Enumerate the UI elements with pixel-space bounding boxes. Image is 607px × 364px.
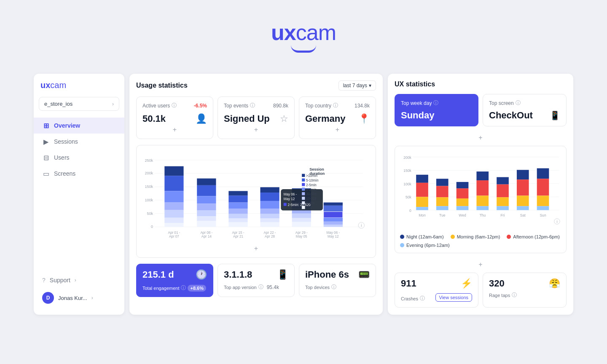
sidebar-item-label: Overview bbox=[54, 122, 80, 129]
lightning-icon: ⚡ bbox=[461, 278, 472, 289]
svg-rect-121 bbox=[517, 179, 529, 195]
svg-text:0: 0 bbox=[151, 225, 153, 229]
svg-rect-26 bbox=[228, 191, 247, 195]
svg-rect-16 bbox=[164, 210, 183, 218]
top-events-label: Top events ⓘ bbox=[224, 102, 255, 109]
info-icon-engagement[interactable]: ⓘ bbox=[181, 284, 186, 292]
svg-rect-24 bbox=[197, 216, 216, 221]
svg-text:5-10min: 5-10min bbox=[306, 179, 318, 182]
crashes-card: 911 ⚡ Crashes ⓘ View sessions bbox=[395, 273, 478, 308]
sidebar-user[interactable]: D Jonas Kur... › bbox=[34, 288, 124, 308]
sidebar-item-screens[interactable]: ▭ Screens bbox=[34, 166, 124, 182]
ux-chart-svg: 200k 150k 100k 50k 0 bbox=[400, 151, 561, 229]
info-icon-top-country[interactable]: ⓘ bbox=[333, 102, 338, 109]
sidebar-item-users[interactable]: ⊟ Users bbox=[34, 150, 124, 166]
sidebar-item-support[interactable]: ? Support › bbox=[34, 273, 124, 288]
svg-rect-37 bbox=[260, 214, 279, 219]
svg-text:May 06 -: May 06 - bbox=[327, 231, 340, 235]
svg-text:May 05: May 05 bbox=[296, 235, 307, 238]
svg-text:Thu: Thu bbox=[479, 213, 486, 217]
svg-rect-30 bbox=[228, 214, 247, 219]
svg-rect-50 bbox=[324, 218, 343, 222]
svg-rect-127 bbox=[537, 206, 549, 210]
info-icon-crashes[interactable]: ⓘ bbox=[420, 295, 425, 302]
top-week-day-card: Top week day ⓘ Sunday bbox=[395, 94, 478, 126]
info-icon-rage-taps[interactable]: ⓘ bbox=[512, 292, 517, 299]
svg-rect-76 bbox=[302, 187, 305, 190]
svg-text:Fri: Fri bbox=[501, 213, 505, 217]
svg-rect-12 bbox=[164, 166, 183, 176]
svg-text:Apr 28: Apr 28 bbox=[265, 235, 275, 238]
app-selector[interactable]: e_store_ios › bbox=[39, 97, 119, 111]
svg-text:10-30s: 10-30s bbox=[306, 197, 317, 201]
chart-svg-wrapper: 250k 200k 150k 100k 50k 0 bbox=[142, 150, 371, 243]
ux-chart-add-icon[interactable]: + bbox=[395, 259, 567, 268]
svg-text:Apr 21: Apr 21 bbox=[233, 235, 243, 238]
chevron-icon: › bbox=[75, 277, 76, 283]
svg-text:Apr 14: Apr 14 bbox=[201, 235, 212, 238]
ux-bottom-row: 911 ⚡ Crashes ⓘ View sessions 320 bbox=[395, 273, 567, 308]
info-icon-devices[interactable]: ⓘ bbox=[331, 284, 336, 291]
svg-rect-48 bbox=[324, 206, 343, 211]
info-icon-active-users[interactable]: ⓘ bbox=[172, 102, 177, 109]
svg-rect-51 bbox=[324, 222, 343, 225]
chart-add-icon[interactable]: + bbox=[142, 243, 371, 252]
sidebar-item-sessions[interactable]: ▶ Sessions bbox=[34, 134, 124, 150]
svg-text:Tue: Tue bbox=[439, 213, 446, 217]
svg-rect-36 bbox=[260, 209, 279, 214]
add-metric-icon-2[interactable]: + bbox=[224, 124, 288, 134]
sidebar-item-overview[interactable]: ⊞ Overview bbox=[34, 118, 124, 134]
top-country-card: Top country ⓘ 134.8k Germany 📍 + bbox=[299, 96, 376, 139]
crashes-value: 911 bbox=[401, 278, 416, 289]
avatar: D bbox=[42, 292, 54, 304]
ux-chart: 200k 150k 100k 50k 0 bbox=[395, 146, 567, 253]
svg-rect-110 bbox=[457, 198, 469, 206]
info-icon-top-events[interactable]: ⓘ bbox=[250, 102, 255, 109]
svg-rect-107 bbox=[436, 206, 449, 210]
user-name: Jonas Kur... bbox=[58, 295, 87, 301]
active-users-change: -6.5% bbox=[194, 103, 207, 109]
legend-night-label: Night (12am-6am) bbox=[406, 234, 444, 239]
sidebar-item-label: Sessions bbox=[54, 138, 78, 145]
svg-rect-126 bbox=[537, 195, 549, 206]
play-icon: ▶ bbox=[42, 138, 50, 145]
svg-rect-18 bbox=[164, 223, 183, 227]
svg-text:100k: 100k bbox=[403, 182, 411, 186]
add-metric-icon-3[interactable]: + bbox=[305, 124, 370, 134]
legend-afternoon: Afternoon (12pm-6pm) bbox=[507, 234, 560, 239]
svg-rect-120 bbox=[517, 170, 529, 179]
info-icon-app-version[interactable]: ⓘ bbox=[258, 284, 263, 291]
svg-text:50k: 50k bbox=[147, 211, 153, 216]
sessions-chart: 250k 200k 150k 100k 50k 0 bbox=[136, 145, 376, 258]
question-icon: ? bbox=[42, 277, 46, 284]
info-icon-week-day[interactable]: ⓘ bbox=[433, 99, 438, 107]
svg-rect-115 bbox=[476, 206, 489, 210]
evening-color-dot bbox=[400, 243, 404, 247]
svg-rect-25 bbox=[197, 221, 216, 227]
ux-top-add-icon[interactable]: + bbox=[395, 132, 567, 142]
svg-text:150k: 150k bbox=[145, 185, 153, 189]
header: uxcam bbox=[0, 0, 607, 74]
ux-panel-header: UX statistics bbox=[395, 80, 567, 88]
svg-rect-101 bbox=[416, 183, 428, 197]
svg-text:Wed: Wed bbox=[459, 213, 466, 217]
svg-rect-122 bbox=[517, 195, 529, 206]
svg-text:Apr 15 -: Apr 15 - bbox=[232, 231, 244, 235]
date-filter[interactable]: last 7 days ▾ bbox=[338, 80, 376, 91]
svg-rect-34 bbox=[260, 193, 279, 201]
active-users-card: Active users ⓘ -6.5% 50.1k 👤 + bbox=[136, 96, 213, 139]
svg-rect-17 bbox=[164, 218, 183, 223]
clock-icon: 🕐 bbox=[196, 269, 207, 280]
add-metric-icon[interactable]: + bbox=[142, 124, 207, 134]
svg-rect-22 bbox=[197, 203, 216, 210]
info-icon-top-screen[interactable]: ⓘ bbox=[516, 99, 521, 107]
svg-rect-116 bbox=[497, 177, 509, 184]
svg-rect-105 bbox=[436, 186, 449, 197]
svg-text:2-5min: 2-5min bbox=[306, 183, 317, 187]
top-devices-card: iPhone 6s 📟 Top devices ⓘ bbox=[299, 264, 376, 297]
svg-rect-103 bbox=[416, 207, 428, 210]
view-sessions-button[interactable]: View sessions bbox=[435, 293, 473, 302]
top-events-value: Signed Up bbox=[224, 113, 270, 124]
screen-icon: ▭ bbox=[42, 170, 50, 177]
sidebar-item-label: Screens bbox=[54, 170, 75, 177]
